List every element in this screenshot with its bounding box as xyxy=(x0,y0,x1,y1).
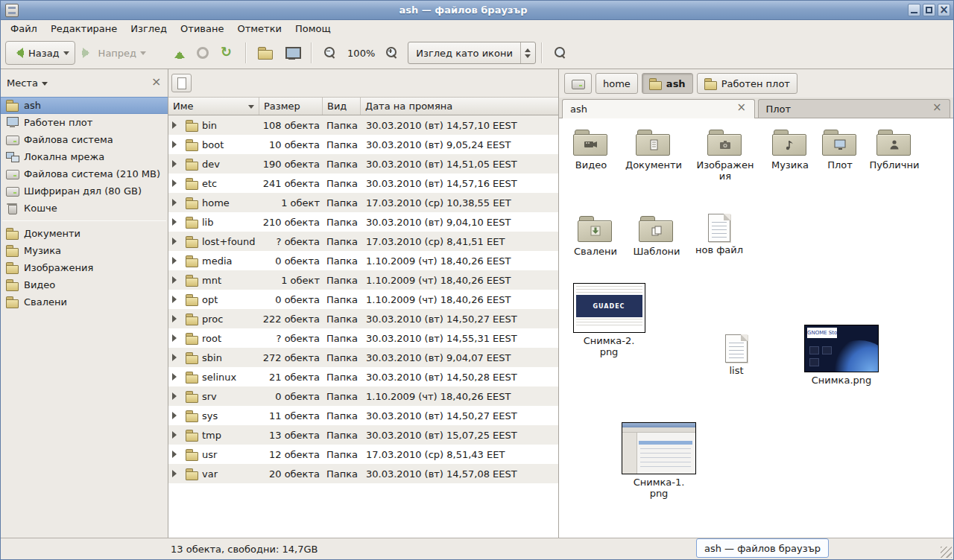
sidebar-bookmark-item[interactable]: Музика xyxy=(1,242,168,259)
expander-icon[interactable] xyxy=(172,334,180,342)
maximize-button[interactable] xyxy=(923,4,935,16)
table-row[interactable]: bin 108 обекта Папка 30.03.2010 (вт) 14,… xyxy=(168,115,558,135)
stop-button[interactable] xyxy=(191,41,215,65)
expander-icon[interactable] xyxy=(172,373,180,381)
table-row[interactable]: tmp 13 обекта Папка 30.03.2010 (вт) 15,0… xyxy=(168,425,558,445)
expander-icon[interactable] xyxy=(172,121,180,129)
minimize-button[interactable] xyxy=(908,4,920,16)
file-item-list[interactable]: list xyxy=(707,334,766,376)
table-row[interactable]: lib 210 обекта Папка 30.03.2010 (вт) 9,0… xyxy=(168,212,558,232)
pathbar-desktop-button[interactable]: Работен плот xyxy=(697,73,797,94)
pathbar-ash-button[interactable]: ash xyxy=(642,73,693,94)
sidebar-place-item[interactable]: Шифриран дял (80 GB) xyxy=(1,182,168,200)
folder-item-templates[interactable]: Шаблони xyxy=(626,214,687,257)
table-row[interactable]: lost+found ? обекта Папка 17.03.2010 (ср… xyxy=(168,232,558,251)
home-button[interactable] xyxy=(252,41,279,65)
sidebar-bookmark-item[interactable]: Видео xyxy=(1,276,168,293)
sidebar-close-button[interactable] xyxy=(150,77,162,89)
sidebar-chevron-icon[interactable] xyxy=(42,82,48,89)
sidebar-place-item[interactable]: Кошче xyxy=(1,200,168,217)
sidebar-place-item[interactable]: Локална мрежа xyxy=(1,148,168,165)
icon-view[interactable]: Видео Документи Изображен ия xyxy=(559,118,953,538)
sidebar-place-item[interactable]: Работен плот xyxy=(1,114,168,131)
expander-icon[interactable] xyxy=(172,179,180,187)
sidebar-bookmark-item[interactable]: Свалени xyxy=(1,293,168,311)
tab-close-icon[interactable] xyxy=(736,104,747,115)
menu-item[interactable]: Отиване xyxy=(174,21,230,36)
table-row[interactable]: root ? обекта Папка 30.03.2010 (вт) 14,5… xyxy=(168,328,558,348)
sidebar-place-item[interactable]: Файлова система (210 MB) xyxy=(1,165,168,182)
expander-icon[interactable] xyxy=(172,315,180,322)
expander-icon[interactable] xyxy=(172,257,180,264)
computer-button[interactable] xyxy=(279,41,306,65)
expander-icon[interactable] xyxy=(172,392,180,400)
expander-icon[interactable] xyxy=(172,199,180,206)
expander-icon[interactable] xyxy=(172,412,180,419)
tab-close-icon[interactable] xyxy=(931,104,942,115)
table-row[interactable]: srv 0 обекта Папка 1.10.2009 (чт) 18,40,… xyxy=(168,386,558,406)
folder-item-documents[interactable]: Документи xyxy=(622,127,685,171)
expander-icon[interactable] xyxy=(172,160,180,168)
table-row[interactable]: boot 10 обекта Папка 30.03.2010 (вт) 9,0… xyxy=(168,135,558,154)
zoom-out-button[interactable] xyxy=(318,41,343,65)
column-header-date[interactable]: Дата на промяна xyxy=(361,98,558,115)
table-row[interactable]: opt 0 обекта Папка 1.10.2009 (чт) 18,40,… xyxy=(168,290,558,309)
table-row[interactable]: dev 190 обекта Папка 30.03.2010 (вт) 14,… xyxy=(168,154,558,174)
file-item-snimka-1[interactable]: Снимка-1. png xyxy=(622,422,696,499)
sidebar-bookmark-item[interactable]: Документи xyxy=(1,225,168,242)
table-row[interactable]: media 0 обекта Папка 1.10.2009 (чт) 18,4… xyxy=(168,251,558,270)
file-item-new-file[interactable]: нов файл xyxy=(689,214,750,255)
resize-grip[interactable] xyxy=(941,547,952,558)
tab-plot[interactable]: Плот xyxy=(758,99,951,118)
sidebar-place-item[interactable]: Файлова система xyxy=(1,131,168,148)
view-mode-select[interactable]: Изглед като икони xyxy=(408,42,536,64)
expander-icon[interactable] xyxy=(172,431,180,439)
folder-item-video[interactable]: Видео xyxy=(560,127,622,171)
folder-item-public[interactable]: Публични xyxy=(863,127,926,171)
expander-icon[interactable] xyxy=(172,276,180,284)
expander-icon[interactable] xyxy=(172,218,180,226)
expander-icon[interactable] xyxy=(172,354,180,361)
folder-item-images[interactable]: Изображен ия xyxy=(692,127,759,182)
tab-ash[interactable]: ash xyxy=(562,99,755,118)
sidebar-place-item[interactable]: ash xyxy=(1,97,168,114)
column-header-size[interactable]: Размер xyxy=(259,98,323,115)
column-header-type[interactable]: Вид xyxy=(323,98,361,115)
table-row[interactable]: usr 12 обекта Папка 17.03.2010 (ср) 8,51… xyxy=(168,445,558,464)
table-row[interactable]: sys 11 обекта Папка 30.03.2010 (вт) 14,5… xyxy=(168,406,558,425)
table-row[interactable]: home 1 обект Папка 17.03.2010 (ср) 10,38… xyxy=(168,193,558,212)
folder-item-downloads[interactable]: Свалени xyxy=(565,214,626,257)
expander-icon[interactable] xyxy=(172,238,180,245)
forward-button[interactable]: Напред xyxy=(75,41,152,65)
expander-icon[interactable] xyxy=(172,296,180,303)
column-header-name[interactable]: Име xyxy=(168,98,259,115)
up-button[interactable] xyxy=(168,41,191,65)
menu-item[interactable]: Изглед xyxy=(124,21,174,36)
table-row[interactable]: sbin 272 обекта Папка 30.03.2010 (вт) 9,… xyxy=(168,348,558,367)
sidebar-title[interactable]: Места xyxy=(7,77,38,89)
close-button[interactable] xyxy=(938,4,950,16)
zoom-in-button[interactable] xyxy=(379,41,405,65)
menu-item[interactable]: Отметки xyxy=(230,21,288,36)
file-item-snimka-2[interactable]: GUADEC Снимка-2. png xyxy=(569,283,648,357)
pane-location-button[interactable] xyxy=(171,74,192,92)
reload-button[interactable] xyxy=(215,41,240,65)
pathbar-home-button[interactable]: home xyxy=(596,73,638,94)
table-row[interactable]: proc 222 обекта Папка 30.03.2010 (вт) 14… xyxy=(168,309,558,328)
table-row[interactable]: selinux 21 обекта Папка 30.03.2010 (вт) … xyxy=(168,367,558,386)
table-row[interactable]: etc 241 обекта Папка 30.03.2010 (вт) 14,… xyxy=(168,174,558,193)
expander-icon[interactable] xyxy=(172,470,180,477)
table-row[interactable]: mnt 1 обект Папка 1.10.2009 (чт) 18,40,2… xyxy=(168,270,558,290)
menu-item[interactable]: Помощ xyxy=(288,21,338,36)
table-row[interactable]: var 20 обекта Папка 30.03.2010 (вт) 14,5… xyxy=(168,464,558,483)
menu-item[interactable]: Редактиране xyxy=(44,21,124,36)
titlebar[interactable]: ash — файлов браузър xyxy=(1,1,953,20)
search-button[interactable] xyxy=(548,41,573,65)
menu-item[interactable]: Файл xyxy=(4,21,44,36)
back-button[interactable]: Назад xyxy=(5,41,75,65)
expander-icon[interactable] xyxy=(172,141,180,148)
folder-item-desktop[interactable]: Плот xyxy=(810,127,870,171)
expander-icon[interactable] xyxy=(172,451,180,458)
view-mode-spinner[interactable] xyxy=(520,42,535,63)
pathbar-root-button[interactable] xyxy=(564,73,592,94)
